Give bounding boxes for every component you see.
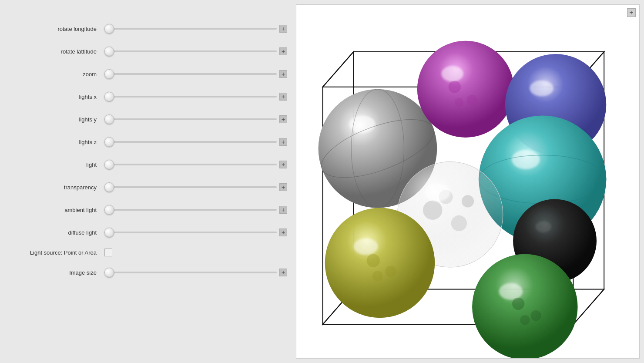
slider-track-zoom (104, 73, 277, 75)
svg-point-34 (536, 221, 551, 232)
slider-plus-image-size[interactable]: + (279, 269, 287, 276)
slider-label-light: light (9, 161, 104, 168)
3d-scene (296, 5, 639, 358)
svg-point-9 (349, 115, 376, 133)
svg-point-24 (451, 215, 467, 231)
light-source-checkbox[interactable] (104, 249, 112, 256)
slider-track-rotate-longitude (104, 28, 277, 30)
canvas-panel[interactable]: + (296, 4, 640, 359)
svg-line-7 (573, 289, 604, 325)
slider-plus-transparency[interactable]: + (279, 183, 287, 191)
svg-point-27 (426, 184, 450, 201)
svg-point-35 (472, 254, 577, 358)
svg-point-23 (423, 200, 442, 219)
svg-point-28 (325, 208, 435, 318)
svg-point-32 (372, 271, 383, 281)
slider-label-image-size: Image size (9, 269, 104, 276)
slider-label-diffuse-light: diffuse light (9, 229, 104, 236)
svg-point-36 (499, 283, 523, 299)
checkbox-row-light-source: Light source: Point or Area (9, 244, 287, 261)
slider-track-lights-x (104, 96, 277, 97)
slider-plus-lights-y[interactable]: + (279, 115, 287, 123)
svg-point-12 (417, 41, 514, 138)
slider-track-rotate-latitude (104, 50, 277, 52)
slider-input-image-size[interactable] (104, 272, 277, 273)
slider-label-rotate-longitude: rotate longitude (9, 26, 104, 32)
slider-label-ambient-light: ambient light (9, 207, 104, 213)
slider-row-rotate-latitude: rotate lattitude + (9, 40, 287, 63)
slider-track-lights-z (104, 141, 277, 143)
slider-plus-light[interactable]: + (279, 161, 287, 168)
slider-plus-rotate-latitude[interactable]: + (279, 47, 287, 55)
svg-point-29 (353, 238, 378, 255)
slider-input-zoom[interactable] (104, 73, 277, 75)
svg-point-39 (520, 315, 530, 325)
slider-row-rotate-longitude: rotate longitude + (9, 17, 287, 40)
slider-plus-rotate-longitude[interactable]: + (279, 25, 287, 33)
slider-row-image-size: Image size + (9, 261, 287, 284)
svg-point-31 (385, 266, 396, 277)
slider-label-lights-x: lights x (9, 94, 104, 100)
slider-label-lights-z: lights z (9, 139, 104, 145)
slider-row-lights-y: lights y + (9, 108, 287, 131)
slider-track-transparency (104, 186, 277, 188)
slider-input-rotate-longitude[interactable] (104, 28, 277, 30)
slider-row-lights-z: lights z + (9, 131, 287, 153)
svg-point-15 (467, 95, 477, 105)
slider-input-lights-z[interactable] (104, 141, 277, 143)
slider-plus-lights-x[interactable]: + (279, 93, 287, 101)
slider-input-rotate-latitude[interactable] (104, 50, 277, 52)
slider-track-lights-y (104, 118, 277, 120)
slider-track-light (104, 164, 277, 165)
slider-plus-ambient-light[interactable]: + (279, 206, 287, 214)
slider-row-zoom: zoom + (9, 63, 287, 85)
svg-line-4 (323, 52, 354, 87)
svg-point-13 (441, 66, 463, 81)
slider-label-rotate-latitude: rotate lattitude (9, 48, 104, 55)
svg-point-20 (512, 150, 540, 169)
slider-label-zoom: zoom (9, 71, 104, 77)
slider-label-lights-y: lights y (9, 116, 104, 123)
slider-track-image-size (104, 272, 277, 273)
slider-row-ambient-light: ambient light + (9, 198, 287, 221)
slider-input-lights-x[interactable] (104, 96, 277, 97)
svg-point-26 (462, 195, 474, 207)
svg-point-37 (512, 298, 524, 310)
slider-plus-zoom[interactable]: + (279, 70, 287, 78)
slider-row-transparency: transparency + (9, 176, 287, 198)
checkbox-label-light-source: Light source: Point or Area (9, 249, 104, 256)
slider-input-ambient-light[interactable] (104, 209, 277, 211)
svg-point-14 (449, 81, 461, 93)
slider-input-lights-y[interactable] (104, 118, 277, 120)
slider-row-light: light + (9, 153, 287, 176)
slider-track-ambient-light (104, 209, 277, 211)
svg-point-18 (530, 81, 553, 96)
controls-panel: rotate longitude + rotate lattitude + zo… (0, 0, 296, 363)
slider-input-diffuse-light[interactable] (104, 232, 277, 233)
svg-point-30 (367, 254, 380, 267)
slider-label-transparency: transparency (9, 184, 104, 191)
svg-point-38 (530, 310, 541, 321)
slider-track-diffuse-light (104, 232, 277, 233)
slider-row-lights-x: lights x + (9, 85, 287, 108)
slider-input-transparency[interactable] (104, 186, 277, 188)
slider-input-light[interactable] (104, 164, 277, 165)
slider-row-diffuse-light: diffuse light + (9, 221, 287, 244)
svg-point-16 (455, 98, 463, 107)
slider-plus-diffuse-light[interactable]: + (279, 229, 287, 236)
slider-plus-lights-z[interactable]: + (279, 138, 287, 146)
